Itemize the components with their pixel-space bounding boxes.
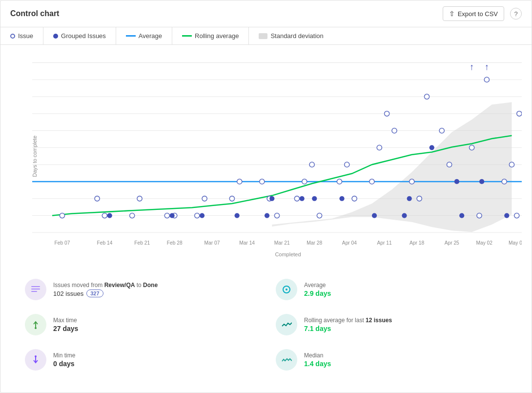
- svg-point-66: [200, 213, 205, 218]
- svg-point-67: [235, 213, 240, 218]
- svg-text:Apr 04: Apr 04: [342, 240, 357, 246]
- svg-text:May 09: May 09: [509, 240, 522, 246]
- grouped-icon: [53, 34, 58, 39]
- svg-point-50: [385, 111, 389, 116]
- svg-point-77: [454, 179, 459, 184]
- svg-point-52: [409, 179, 414, 184]
- svg-point-48: [369, 179, 374, 184]
- svg-point-69: [269, 196, 274, 201]
- max-value: 27 days: [53, 325, 78, 332]
- stat-rolling: Rolling average for last 12 issues 7.1 d…: [266, 307, 517, 342]
- svg-point-54: [424, 94, 429, 99]
- help-button[interactable]: ?: [510, 8, 522, 20]
- svg-point-102: [35, 327, 37, 329]
- page-title: Control chart: [10, 9, 59, 18]
- svg-point-61: [509, 162, 514, 167]
- svg-point-28: [95, 196, 100, 201]
- svg-point-42: [302, 179, 307, 184]
- average-icon: [126, 35, 136, 37]
- svg-point-80: [504, 213, 509, 218]
- min-label: Min time: [53, 352, 75, 359]
- main-chart-svg: 0 1 2 3 4 5 6 7 8 9 10: [32, 55, 522, 249]
- svg-text:Apr 18: Apr 18: [409, 240, 424, 246]
- svg-point-47: [352, 196, 357, 201]
- legend-grouped-label: Grouped Issues: [61, 32, 106, 40]
- svg-point-70: [300, 196, 305, 201]
- svg-point-55: [439, 128, 444, 133]
- svg-point-57: [470, 145, 474, 150]
- svg-point-38: [260, 179, 265, 184]
- svg-text:Mar 28: Mar 28: [307, 240, 322, 246]
- stat-min: Min time 0 days: [15, 342, 266, 377]
- svg-point-79: [479, 179, 484, 184]
- svg-rect-96: [31, 286, 40, 287]
- x-axis-label: Completed: [54, 251, 522, 257]
- legend-average: Average: [116, 27, 172, 44]
- export-csv-button[interactable]: ⇧ Export to CSV: [443, 6, 504, 21]
- svg-text:May 02: May 02: [476, 240, 492, 246]
- svg-text:Feb 28: Feb 28: [167, 240, 183, 246]
- svg-point-41: [294, 196, 299, 201]
- min-stat-icon: [25, 349, 46, 371]
- svg-marker-22: [272, 102, 512, 232]
- max-label: Max time: [53, 317, 78, 324]
- svg-point-60: [502, 179, 507, 184]
- svg-point-31: [137, 196, 142, 201]
- svg-point-36: [229, 196, 234, 201]
- svg-point-65: [169, 213, 174, 218]
- svg-point-72: [339, 196, 344, 201]
- issues-icon: [25, 279, 46, 300]
- min-content: Min time 0 days: [53, 352, 75, 368]
- svg-point-44: [317, 213, 322, 218]
- chart-area: Days to complete 0 1: [0, 45, 532, 262]
- svg-point-74: [402, 213, 407, 218]
- svg-point-62: [514, 213, 519, 218]
- stddev-icon: [259, 33, 267, 39]
- svg-point-37: [237, 179, 242, 184]
- stat-median: Median 1.4 days: [266, 342, 517, 377]
- issues-content: Issues moved from Review/QA to Done 102 …: [53, 282, 158, 297]
- svg-point-34: [195, 213, 200, 218]
- svg-point-58: [477, 213, 482, 218]
- svg-point-78: [459, 213, 464, 218]
- min-value: 0 days: [53, 360, 75, 368]
- svg-point-63: [517, 111, 522, 116]
- svg-rect-98: [31, 291, 37, 292]
- svg-point-32: [164, 213, 169, 218]
- issues-count: 102 issues 327: [53, 290, 158, 297]
- rolling-value: 7.1 days: [304, 325, 392, 332]
- average-content: Average 2.9 days: [304, 282, 331, 297]
- chart-legend: Issue Grouped Issues Average Rolling ave…: [0, 27, 532, 45]
- median-label: Median: [304, 352, 331, 359]
- average-stat-icon: [276, 279, 297, 300]
- svg-text:Feb 14: Feb 14: [97, 240, 113, 246]
- svg-point-76: [430, 145, 434, 150]
- svg-point-27: [60, 213, 64, 218]
- stat-average: Average 2.9 days: [266, 272, 517, 307]
- average-label: Average: [304, 282, 331, 289]
- svg-point-64: [107, 213, 112, 218]
- legend-grouped: Grouped Issues: [43, 27, 116, 44]
- legend-rolling-label: Rolling average: [195, 32, 239, 40]
- issues-badge: 327: [86, 290, 103, 297]
- svg-text:Feb 07: Feb 07: [55, 240, 70, 246]
- svg-point-46: [345, 162, 349, 167]
- svg-text:Mar 21: Mar 21: [274, 240, 290, 246]
- issue-icon: [10, 34, 15, 39]
- median-content: Median 1.4 days: [304, 352, 331, 368]
- legend-stddev-label: Standard deviation: [270, 32, 323, 40]
- rolling-content: Rolling average for last 12 issues 7.1 d…: [304, 317, 392, 332]
- svg-point-49: [377, 145, 382, 150]
- chart-inner: 0 1 2 3 4 5 6 7 8 9 10: [32, 55, 522, 257]
- median-value: 1.4 days: [304, 360, 331, 368]
- svg-point-71: [312, 196, 317, 201]
- header-actions: ⇧ Export to CSV ?: [443, 6, 522, 21]
- legend-average-label: Average: [139, 32, 162, 40]
- rolling-icon: [182, 35, 192, 37]
- svg-point-30: [130, 213, 135, 218]
- svg-text:Mar 14: Mar 14: [239, 240, 255, 246]
- svg-point-75: [407, 196, 412, 201]
- svg-point-104: [35, 355, 37, 357]
- stat-max: Max time 27 days: [15, 307, 266, 342]
- stat-issues: Issues moved from Review/QA to Done 102 …: [15, 272, 266, 307]
